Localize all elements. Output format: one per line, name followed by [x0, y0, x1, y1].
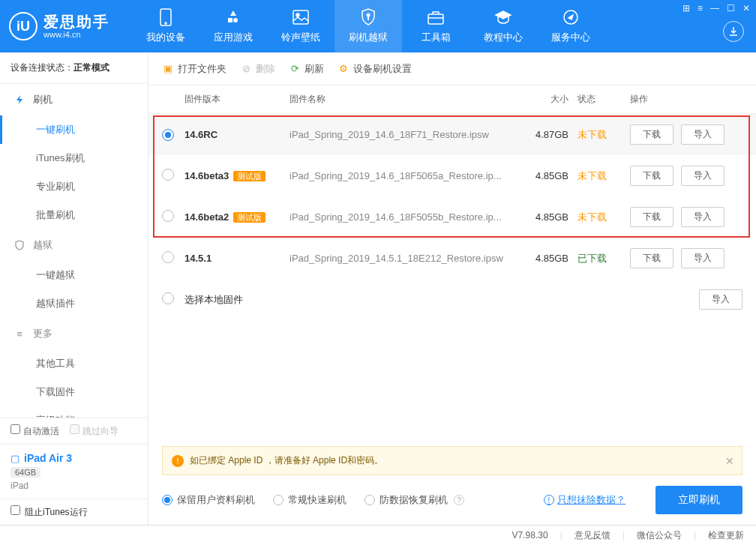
help-icon[interactable]: ?: [454, 495, 464, 505]
minimize-icon[interactable]: —: [710, 3, 719, 13]
sidebar-item-advanced[interactable]: 高级功能: [0, 406, 148, 418]
phone-icon: [157, 8, 175, 26]
sidebar-item-other-tools[interactable]: 其他工具: [0, 349, 148, 378]
sidebar-item-batch-flash[interactable]: 批量刷机: [0, 201, 148, 229]
firmware-rows: 14.6RC iPad_Spring_2019_14.6_18F71_Resto…: [148, 114, 756, 320]
brand-logo: iU 爱思助手 www.i4.cn: [9, 12, 110, 40]
refresh-button[interactable]: ⟳刷新: [289, 62, 324, 76]
opt-quick-flash[interactable]: 常规快速刷机: [273, 493, 346, 507]
opt-keep-data[interactable]: 保留用户资料刷机: [162, 493, 255, 507]
delete-icon: ⊘: [240, 63, 252, 75]
opt-anti-recovery[interactable]: 防数据恢复刷机?: [364, 493, 464, 507]
import-button[interactable]: 导入: [681, 207, 724, 227]
sidebar-item-itunes-flash[interactable]: iTunes刷机: [0, 144, 148, 172]
brand-title: 爱思助手: [44, 13, 110, 30]
refresh-icon: ⟳: [289, 63, 301, 75]
block-itunes-checkbox[interactable]: 阻止iTunes运行: [10, 505, 88, 519]
row-radio[interactable]: [162, 169, 174, 181]
table-row[interactable]: 14.6beta3测试版 iPad_Spring_2019_14.6_18F50…: [148, 155, 756, 196]
table-row-local[interactable]: 选择本地固件 导入: [148, 279, 756, 320]
main-panel: ▣打开文件夹 ⊘删除 ⟳刷新 ⚙设备刷机设置 固件版本 固件名称 大小 状态 操…: [148, 52, 756, 525]
col-action: 操作: [630, 93, 742, 106]
delete-button[interactable]: ⊘删除: [240, 62, 275, 76]
import-button[interactable]: 导入: [681, 248, 724, 268]
nav-my-device[interactable]: 我的设备: [132, 0, 200, 52]
list-icon[interactable]: ≡: [698, 3, 703, 13]
feedback-link[interactable]: 意见反馈: [574, 529, 610, 542]
sidebar-item-oneclick-jb[interactable]: 一键越狱: [0, 261, 148, 289]
nav-service[interactable]: 服务中心: [537, 0, 604, 52]
check-update-link[interactable]: 检查更新: [708, 529, 744, 542]
download-button[interactable]: 下载: [630, 124, 674, 145]
close-notice-icon[interactable]: ✕: [725, 455, 734, 467]
auto-activate-checkbox[interactable]: 自动激活: [10, 424, 59, 438]
image-icon: [292, 8, 310, 26]
device-icon: ▢: [10, 453, 20, 464]
row-radio[interactable]: [162, 129, 174, 141]
info-icon: !: [544, 495, 554, 505]
graduation-icon: [494, 8, 512, 26]
import-button[interactable]: 导入: [681, 124, 724, 145]
close-icon[interactable]: ✕: [742, 3, 750, 13]
sidebar-item-pro-flash[interactable]: 专业刷机: [0, 172, 148, 201]
import-button[interactable]: 导入: [681, 166, 724, 186]
footer: V7.98.30| 意见反馈| 微信公众号| 检查更新: [0, 525, 756, 545]
version-label: V7.98.30: [512, 530, 548, 541]
brand-url: www.i4.cn: [44, 30, 110, 39]
nav-apps[interactable]: 应用游戏: [200, 0, 267, 52]
download-circle-icon[interactable]: [723, 21, 744, 42]
nav-ringtones[interactable]: 铃声壁纸: [267, 0, 334, 52]
import-button[interactable]: 导入: [699, 289, 742, 310]
group-jailbreak[interactable]: 越狱: [0, 229, 148, 261]
menu-icon[interactable]: ⊞: [682, 3, 690, 13]
compass-icon: [562, 8, 580, 26]
toolbox-icon: [427, 8, 445, 26]
sidebar-item-jb-plugins[interactable]: 越狱插件: [0, 289, 148, 318]
table-row[interactable]: 14.5.1 iPad_Spring_2019_14.5.1_18E212_Re…: [148, 238, 756, 279]
beta-badge: 测试版: [233, 212, 266, 223]
group-flash[interactable]: 刷机: [0, 84, 148, 115]
apple-id-notice: ! 如已绑定 Apple ID ，请准备好 Apple ID和密码。 ✕: [162, 446, 742, 475]
download-button[interactable]: 下载: [630, 166, 674, 186]
gear-icon: ⚙: [338, 63, 350, 75]
sidebar-item-download-fw[interactable]: 下载固件: [0, 378, 148, 406]
col-name: 固件名称: [290, 93, 525, 106]
settings-button[interactable]: ⚙设备刷机设置: [338, 62, 412, 76]
connection-status: 设备连接状态：正常模式: [0, 52, 148, 84]
folder-icon: ▣: [162, 63, 174, 75]
download-button[interactable]: 下载: [630, 207, 674, 227]
shield-icon: [14, 239, 26, 251]
more-icon: ≡: [14, 328, 26, 340]
apps-icon: [224, 8, 242, 26]
flash-group-icon: [14, 94, 26, 106]
svg-rect-6: [428, 14, 443, 24]
maximize-icon[interactable]: ☐: [727, 3, 735, 13]
col-status: 状态: [578, 93, 630, 106]
toolbar: ▣打开文件夹 ⊘删除 ⟳刷新 ⚙设备刷机设置: [148, 52, 756, 85]
nav-flash[interactable]: 刷机越狱: [334, 0, 402, 52]
skip-guide-checkbox[interactable]: 跳过向导: [70, 424, 118, 438]
sidebar-item-oneclick-flash[interactable]: 一键刷机: [0, 115, 148, 144]
svg-point-4: [367, 13, 370, 17]
flash-now-button[interactable]: 立即刷机: [656, 486, 742, 514]
window-controls: ⊞ ≡ — ☐ ✕: [682, 3, 750, 13]
row-radio[interactable]: [162, 210, 174, 222]
open-folder-button[interactable]: ▣打开文件夹: [162, 62, 226, 76]
svg-point-3: [296, 13, 299, 16]
table-row[interactable]: 14.6RC iPad_Spring_2019_14.6_18F71_Resto…: [148, 114, 756, 155]
device-info[interactable]: ▢ iPad Air 3 64GB iPad: [0, 444, 148, 499]
nav-tutorial[interactable]: 教程中心: [470, 0, 537, 52]
table-header: 固件版本 固件名称 大小 状态 操作: [148, 85, 756, 114]
only-erase-link[interactable]: !只想抹除数据？: [544, 493, 626, 507]
group-more[interactable]: ≡更多: [0, 318, 148, 349]
wechat-link[interactable]: 微信公众号: [637, 529, 682, 542]
row-radio[interactable]: [162, 292, 174, 304]
nav-toolbox[interactable]: 工具箱: [402, 0, 470, 52]
row-radio[interactable]: [162, 251, 174, 263]
table-row[interactable]: 14.6beta2测试版 iPad_Spring_2019_14.6_18F50…: [148, 196, 756, 238]
col-size: 大小: [525, 93, 578, 106]
shield-key-icon: [359, 8, 377, 26]
col-version: 固件版本: [184, 93, 290, 106]
beta-badge: 测试版: [233, 171, 266, 181]
download-button[interactable]: 下载: [630, 248, 674, 268]
